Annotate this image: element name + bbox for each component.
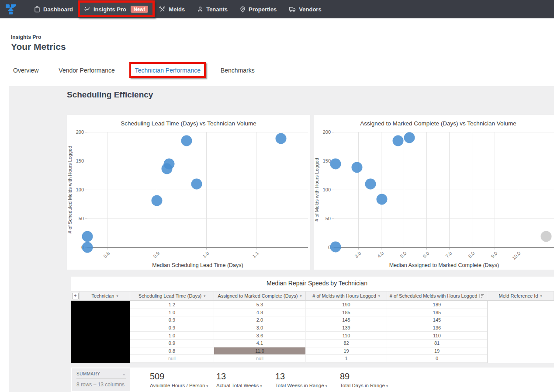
redaction-box-technician-names	[71, 301, 130, 363]
scatter-point[interactable]	[82, 231, 93, 242]
column-header-scheduling-lead-time[interactable]: Scheduling Lead Time (Days)▾	[130, 291, 214, 300]
metric-dropdown[interactable]: Available Hours / Person▾	[150, 383, 216, 388]
table-cell[interactable]: 110	[387, 332, 487, 340]
x-tick-label: 4.0	[376, 250, 384, 259]
nav-item-vendors[interactable]: Vendors	[283, 0, 327, 18]
table-cell[interactable]: 145	[387, 316, 487, 324]
table-cell[interactable]: 1.0	[130, 332, 214, 340]
nav-item-insights-pro[interactable]: Insights Pro New!	[79, 0, 153, 18]
table-cell[interactable]: 0.9	[130, 316, 214, 324]
y-axis-title: # of Scheduled Melds with Hours Logged	[67, 132, 73, 247]
nav-item-dashboard[interactable]: Dashboard	[28, 0, 79, 18]
scatter-point[interactable]	[330, 158, 341, 169]
table-cell[interactable]: 82	[306, 340, 387, 347]
table-card-repair-speeds: Median Repair Speeds by Technician + Tec…	[71, 277, 554, 363]
column-header-melds-hours-logged[interactable]: # of Melds with Hours Logged▾	[306, 291, 387, 300]
table-cell[interactable]: null	[130, 355, 214, 363]
table-cell[interactable]: 110	[306, 332, 387, 340]
table-cell[interactable]: 0.8	[130, 347, 214, 355]
column-header-meld-reference-id[interactable]: Meld Reference Id▾	[487, 291, 554, 300]
tab-technician-performance[interactable]: Technician Performance	[135, 66, 201, 75]
table-cell[interactable]: 4.8	[214, 309, 306, 317]
tab-vendor-performance[interactable]: Vendor Performance	[59, 66, 114, 75]
metric-dropdown[interactable]: Total Days in Range▾	[340, 383, 410, 388]
scatter-point[interactable]	[352, 162, 363, 173]
x-axis-title: Median Scheduling Lead Time (Days)	[87, 262, 308, 268]
nav-item-tenants[interactable]: Tenants	[191, 0, 234, 18]
table-cell[interactable]: 4.1	[214, 340, 306, 347]
scatter-point[interactable]	[540, 231, 551, 242]
column-header-assigned-to-complete[interactable]: Assigned to Marked Complete (Days)▾	[214, 291, 306, 300]
scatter-point[interactable]	[330, 241, 341, 252]
table-cell[interactable]: 2.0	[214, 316, 306, 324]
gridline	[157, 132, 157, 247]
table-cell[interactable]: 0.9	[130, 324, 214, 332]
summary-label: SUMMARY	[76, 371, 100, 376]
chevron-down-icon: ▾	[204, 294, 205, 298]
table-cell[interactable]: 0.9	[130, 340, 214, 347]
truck-icon	[289, 6, 296, 12]
y-tick-label: 150	[76, 158, 84, 163]
table-cell[interactable]: 0	[387, 355, 487, 363]
scatter-plot-assigned-to-complete: # of Melds with Hours Logged Median Assi…	[334, 132, 554, 247]
tab-overview[interactable]: Overview	[13, 66, 38, 75]
nav-label: Melds	[169, 6, 185, 13]
table-cell[interactable]: 139	[306, 324, 387, 332]
nav-item-melds[interactable]: Melds	[153, 0, 191, 18]
nav-label: Vendors	[299, 6, 321, 13]
metric-dropdown[interactable]: Total Weeks in Range▾	[275, 383, 340, 388]
table-cell[interactable]: 189	[387, 301, 487, 309]
chevron-down-icon: ▾	[300, 294, 301, 298]
chart-title: Assigned to Marked Complete (Days) vs Te…	[314, 115, 554, 127]
table-cell[interactable]: 81	[387, 340, 487, 347]
tools-icon	[159, 6, 166, 13]
column-header-scheduled-melds-hours-logged[interactable]: # of Scheduled Melds with Hours Logged	[387, 291, 487, 300]
table-cell[interactable]: 19	[387, 347, 487, 355]
y-tick-mark	[85, 161, 87, 161]
scatter-point[interactable]	[404, 132, 415, 143]
table-cell[interactable]: 19	[306, 347, 387, 355]
table-cell	[487, 324, 554, 332]
scatter-point[interactable]	[275, 133, 286, 144]
table-cell[interactable]: 1.2	[130, 301, 214, 309]
x-tick-label: 10.0	[511, 250, 521, 261]
x-tick-label: 7.0	[444, 250, 453, 259]
x-axis-line	[87, 247, 308, 248]
scatter-point[interactable]	[392, 135, 403, 146]
scatter-point[interactable]	[181, 135, 192, 146]
table-cell[interactable]: 185	[306, 309, 387, 317]
column-header-technician[interactable]: Technician▾	[80, 291, 130, 300]
gridline	[404, 132, 404, 247]
table-cell[interactable]: 11.0	[214, 347, 306, 355]
nav-label: Properties	[249, 6, 277, 13]
table-row: 0.94.18281	[71, 340, 554, 347]
y-tick-mark	[85, 132, 87, 132]
table-cell[interactable]: 145	[306, 316, 387, 324]
table-cell[interactable]: 185	[387, 309, 487, 317]
table-cell[interactable]: 3.0	[214, 324, 306, 332]
plus-icon[interactable]: +	[72, 293, 79, 299]
propertymeld-logo[interactable]	[5, 3, 17, 15]
metric-dropdown[interactable]: Actual Total Weeks▾	[216, 383, 275, 388]
gridline	[358, 132, 359, 247]
summary-selector[interactable]: SUMMARY ⌄ 8 rows – 13 columns	[72, 368, 130, 391]
table-cell[interactable]: null	[214, 355, 306, 363]
table-cell[interactable]: 1	[306, 355, 387, 363]
scatter-point[interactable]	[82, 242, 93, 253]
scatter-point[interactable]	[365, 178, 376, 189]
table-cell[interactable]: 3.6	[214, 332, 306, 340]
scatter-point[interactable]	[151, 195, 162, 206]
table-cell[interactable]: 5.3	[214, 301, 306, 309]
table-cell[interactable]: 136	[387, 324, 487, 332]
scatter-point[interactable]	[191, 178, 202, 189]
chevron-down-icon: ▾	[325, 384, 327, 388]
y-tick-mark	[85, 219, 87, 219]
scatter-point[interactable]	[377, 194, 388, 205]
scatter-point[interactable]	[164, 158, 175, 169]
add-column-header[interactable]: +	[71, 291, 80, 300]
table-cell[interactable]: 1.0	[130, 309, 214, 317]
tab-benchmarks[interactable]: Benchmarks	[221, 66, 255, 75]
nav-item-properties[interactable]: Properties	[234, 0, 283, 18]
table-row: nullnull10	[71, 355, 554, 363]
table-cell[interactable]: 190	[306, 301, 387, 309]
